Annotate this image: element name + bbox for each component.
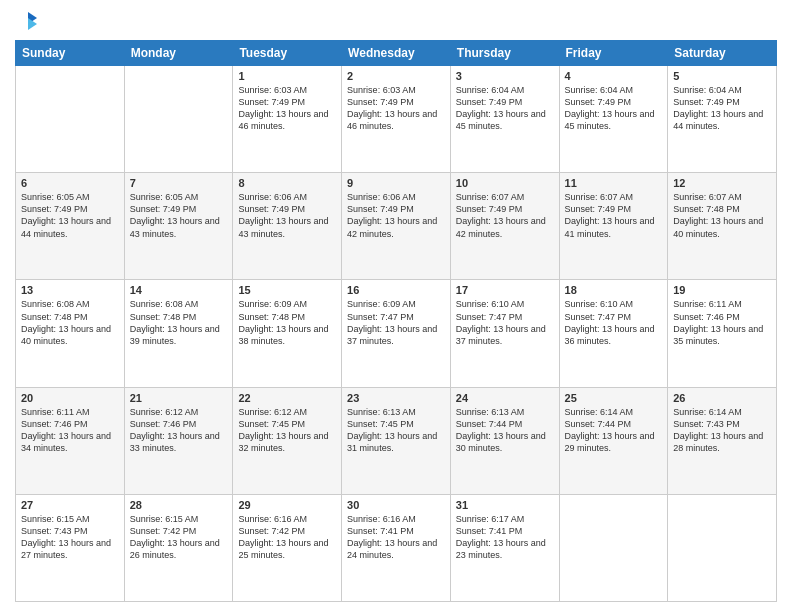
- day-info: Sunrise: 6:16 AM Sunset: 7:41 PM Dayligh…: [347, 513, 445, 562]
- day-info: Sunrise: 6:16 AM Sunset: 7:42 PM Dayligh…: [238, 513, 336, 562]
- day-info: Sunrise: 6:09 AM Sunset: 7:47 PM Dayligh…: [347, 298, 445, 347]
- day-info: Sunrise: 6:15 AM Sunset: 7:43 PM Dayligh…: [21, 513, 119, 562]
- day-info: Sunrise: 6:12 AM Sunset: 7:46 PM Dayligh…: [130, 406, 228, 455]
- calendar-day-cell: 3Sunrise: 6:04 AM Sunset: 7:49 PM Daylig…: [450, 66, 559, 173]
- day-info: Sunrise: 6:10 AM Sunset: 7:47 PM Dayligh…: [456, 298, 554, 347]
- calendar-day-cell: 16Sunrise: 6:09 AM Sunset: 7:47 PM Dayli…: [342, 280, 451, 387]
- calendar-col-header: Tuesday: [233, 41, 342, 66]
- day-number: 16: [347, 284, 445, 296]
- day-info: Sunrise: 6:13 AM Sunset: 7:44 PM Dayligh…: [456, 406, 554, 455]
- calendar-day-cell: 1Sunrise: 6:03 AM Sunset: 7:49 PM Daylig…: [233, 66, 342, 173]
- day-info: Sunrise: 6:07 AM Sunset: 7:49 PM Dayligh…: [565, 191, 663, 240]
- calendar-day-cell: 8Sunrise: 6:06 AM Sunset: 7:49 PM Daylig…: [233, 173, 342, 280]
- calendar-day-cell: 27Sunrise: 6:15 AM Sunset: 7:43 PM Dayli…: [16, 494, 125, 601]
- day-info: Sunrise: 6:09 AM Sunset: 7:48 PM Dayligh…: [238, 298, 336, 347]
- calendar-day-cell: 29Sunrise: 6:16 AM Sunset: 7:42 PM Dayli…: [233, 494, 342, 601]
- day-number: 2: [347, 70, 445, 82]
- calendar-week-row: 1Sunrise: 6:03 AM Sunset: 7:49 PM Daylig…: [16, 66, 777, 173]
- calendar-day-cell: 30Sunrise: 6:16 AM Sunset: 7:41 PM Dayli…: [342, 494, 451, 601]
- day-number: 18: [565, 284, 663, 296]
- day-number: 20: [21, 392, 119, 404]
- day-number: 1: [238, 70, 336, 82]
- day-number: 14: [130, 284, 228, 296]
- day-info: Sunrise: 6:06 AM Sunset: 7:49 PM Dayligh…: [347, 191, 445, 240]
- day-info: Sunrise: 6:07 AM Sunset: 7:48 PM Dayligh…: [673, 191, 771, 240]
- day-info: Sunrise: 6:08 AM Sunset: 7:48 PM Dayligh…: [130, 298, 228, 347]
- calendar-col-header: Sunday: [16, 41, 125, 66]
- day-info: Sunrise: 6:11 AM Sunset: 7:46 PM Dayligh…: [21, 406, 119, 455]
- calendar-week-row: 13Sunrise: 6:08 AM Sunset: 7:48 PM Dayli…: [16, 280, 777, 387]
- calendar-day-cell: 23Sunrise: 6:13 AM Sunset: 7:45 PM Dayli…: [342, 387, 451, 494]
- calendar-header-row: SundayMondayTuesdayWednesdayThursdayFrid…: [16, 41, 777, 66]
- day-info: Sunrise: 6:10 AM Sunset: 7:47 PM Dayligh…: [565, 298, 663, 347]
- day-number: 12: [673, 177, 771, 189]
- day-info: Sunrise: 6:08 AM Sunset: 7:48 PM Dayligh…: [21, 298, 119, 347]
- calendar-day-cell: 12Sunrise: 6:07 AM Sunset: 7:48 PM Dayli…: [668, 173, 777, 280]
- calendar-day-cell: 6Sunrise: 6:05 AM Sunset: 7:49 PM Daylig…: [16, 173, 125, 280]
- day-number: 7: [130, 177, 228, 189]
- day-number: 17: [456, 284, 554, 296]
- logo-flag-icon: [17, 10, 39, 32]
- day-number: 26: [673, 392, 771, 404]
- day-info: Sunrise: 6:04 AM Sunset: 7:49 PM Dayligh…: [565, 84, 663, 133]
- calendar-day-cell: 18Sunrise: 6:10 AM Sunset: 7:47 PM Dayli…: [559, 280, 668, 387]
- calendar-day-cell: 24Sunrise: 6:13 AM Sunset: 7:44 PM Dayli…: [450, 387, 559, 494]
- calendar-day-cell: 25Sunrise: 6:14 AM Sunset: 7:44 PM Dayli…: [559, 387, 668, 494]
- header: [15, 10, 777, 32]
- day-info: Sunrise: 6:03 AM Sunset: 7:49 PM Dayligh…: [238, 84, 336, 133]
- day-info: Sunrise: 6:14 AM Sunset: 7:44 PM Dayligh…: [565, 406, 663, 455]
- day-number: 19: [673, 284, 771, 296]
- day-info: Sunrise: 6:07 AM Sunset: 7:49 PM Dayligh…: [456, 191, 554, 240]
- day-info: Sunrise: 6:13 AM Sunset: 7:45 PM Dayligh…: [347, 406, 445, 455]
- calendar-week-row: 6Sunrise: 6:05 AM Sunset: 7:49 PM Daylig…: [16, 173, 777, 280]
- day-number: 24: [456, 392, 554, 404]
- day-info: Sunrise: 6:06 AM Sunset: 7:49 PM Dayligh…: [238, 191, 336, 240]
- calendar-day-cell: 31Sunrise: 6:17 AM Sunset: 7:41 PM Dayli…: [450, 494, 559, 601]
- calendar-day-cell: 20Sunrise: 6:11 AM Sunset: 7:46 PM Dayli…: [16, 387, 125, 494]
- calendar-week-row: 20Sunrise: 6:11 AM Sunset: 7:46 PM Dayli…: [16, 387, 777, 494]
- calendar-day-cell: [16, 66, 125, 173]
- day-number: 22: [238, 392, 336, 404]
- calendar-day-cell: 28Sunrise: 6:15 AM Sunset: 7:42 PM Dayli…: [124, 494, 233, 601]
- calendar-day-cell: 5Sunrise: 6:04 AM Sunset: 7:49 PM Daylig…: [668, 66, 777, 173]
- day-number: 13: [21, 284, 119, 296]
- day-number: 31: [456, 499, 554, 511]
- calendar-body: 1Sunrise: 6:03 AM Sunset: 7:49 PM Daylig…: [16, 66, 777, 602]
- calendar-day-cell: 13Sunrise: 6:08 AM Sunset: 7:48 PM Dayli…: [16, 280, 125, 387]
- day-number: 4: [565, 70, 663, 82]
- calendar-day-cell: 4Sunrise: 6:04 AM Sunset: 7:49 PM Daylig…: [559, 66, 668, 173]
- day-number: 6: [21, 177, 119, 189]
- day-info: Sunrise: 6:14 AM Sunset: 7:43 PM Dayligh…: [673, 406, 771, 455]
- calendar-day-cell: 9Sunrise: 6:06 AM Sunset: 7:49 PM Daylig…: [342, 173, 451, 280]
- day-number: 3: [456, 70, 554, 82]
- calendar-day-cell: 19Sunrise: 6:11 AM Sunset: 7:46 PM Dayli…: [668, 280, 777, 387]
- calendar-col-header: Monday: [124, 41, 233, 66]
- calendar-table: SundayMondayTuesdayWednesdayThursdayFrid…: [15, 40, 777, 602]
- calendar-day-cell: 21Sunrise: 6:12 AM Sunset: 7:46 PM Dayli…: [124, 387, 233, 494]
- day-number: 10: [456, 177, 554, 189]
- day-info: Sunrise: 6:03 AM Sunset: 7:49 PM Dayligh…: [347, 84, 445, 133]
- day-number: 30: [347, 499, 445, 511]
- calendar-col-header: Saturday: [668, 41, 777, 66]
- calendar-day-cell: 2Sunrise: 6:03 AM Sunset: 7:49 PM Daylig…: [342, 66, 451, 173]
- day-info: Sunrise: 6:15 AM Sunset: 7:42 PM Dayligh…: [130, 513, 228, 562]
- calendar-day-cell: [559, 494, 668, 601]
- calendar-day-cell: 14Sunrise: 6:08 AM Sunset: 7:48 PM Dayli…: [124, 280, 233, 387]
- day-number: 23: [347, 392, 445, 404]
- calendar-col-header: Wednesday: [342, 41, 451, 66]
- calendar-day-cell: [124, 66, 233, 173]
- calendar-day-cell: 11Sunrise: 6:07 AM Sunset: 7:49 PM Dayli…: [559, 173, 668, 280]
- day-number: 28: [130, 499, 228, 511]
- day-number: 29: [238, 499, 336, 511]
- day-number: 15: [238, 284, 336, 296]
- page: SundayMondayTuesdayWednesdayThursdayFrid…: [0, 0, 792, 612]
- day-info: Sunrise: 6:11 AM Sunset: 7:46 PM Dayligh…: [673, 298, 771, 347]
- day-info: Sunrise: 6:04 AM Sunset: 7:49 PM Dayligh…: [456, 84, 554, 133]
- calendar-day-cell: 26Sunrise: 6:14 AM Sunset: 7:43 PM Dayli…: [668, 387, 777, 494]
- calendar-col-header: Friday: [559, 41, 668, 66]
- calendar-day-cell: 22Sunrise: 6:12 AM Sunset: 7:45 PM Dayli…: [233, 387, 342, 494]
- calendar-week-row: 27Sunrise: 6:15 AM Sunset: 7:43 PM Dayli…: [16, 494, 777, 601]
- calendar-col-header: Thursday: [450, 41, 559, 66]
- day-number: 11: [565, 177, 663, 189]
- day-number: 8: [238, 177, 336, 189]
